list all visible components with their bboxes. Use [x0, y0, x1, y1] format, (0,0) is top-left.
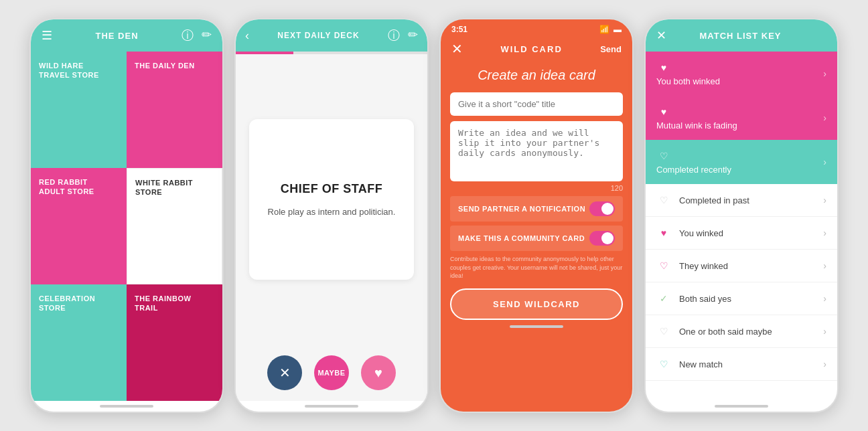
screen3-phone: 3:51 📶 ▬ ✕ WILD CARD Send Create an idea… — [439, 18, 634, 413]
plain-label-5: New match — [679, 359, 723, 369]
screen3-title: WILD CARD — [500, 44, 562, 54]
toggle-label-2: MAKE THIS A COMMUNITY CARD — [458, 234, 585, 242]
cell-label-5: THE RAINBOW TRAIL — [135, 294, 214, 313]
screen2-phone: ‹ NEXT DAILY DECK ⓘ ✏ CHIEF OF STAFF Rol… — [234, 18, 429, 413]
screen2-header: ‹ NEXT DAILY DECK ⓘ ✏ — [236, 19, 427, 52]
send-button[interactable]: Send — [600, 44, 622, 54]
back-icon[interactable]: ‹ — [245, 29, 249, 43]
match-label-1: Mutual wink is fading — [656, 120, 737, 131]
daily-card: CHIEF OF STAFF Role play as intern and p… — [249, 119, 414, 280]
wifi-icon: 📶 — [599, 25, 609, 34]
send-wildcard-button[interactable]: SEND WILDCARD — [450, 288, 623, 320]
close-icon[interactable]: ✕ — [451, 41, 463, 57]
plain-label-1: You winked — [679, 228, 723, 238]
home-indicator — [100, 405, 153, 408]
plain-heart-5: ♡ — [656, 357, 671, 371]
match-item-5[interactable]: ♡ New match › — [646, 348, 837, 381]
toggle-knob-1 — [601, 203, 613, 215]
match-item-4[interactable]: ♡ One or both said maybe › — [646, 315, 837, 348]
grid-cell-5[interactable]: THE RAINBOW TRAIL — [127, 284, 222, 401]
plain-heart-0: ♡ — [656, 193, 671, 207]
community-note: Contribute ideas to the community anonym… — [450, 255, 623, 280]
plain-item-left-2: ♡ They winked — [656, 258, 728, 273]
plain-chevron-3: › — [823, 293, 826, 304]
toggle-label-1: SEND PARTNER A NOTIFICATION — [458, 205, 585, 213]
match-colored-2[interactable]: ♡ Completed recently › — [646, 140, 837, 184]
screen1-title: THE DEN — [95, 31, 138, 41]
action-buttons: ✕ MAYBE ♥ — [236, 345, 427, 401]
wildcard-form: 120 — [450, 92, 623, 192]
plain-heart-1: ♥ — [656, 226, 671, 240]
grid-cell-3[interactable]: WHITE RABBIT STORE — [127, 168, 222, 284]
code-title-input[interactable] — [450, 92, 623, 116]
match-label-2: Completed recently — [656, 165, 731, 175]
match-item-left-2: ♡ Completed recently — [656, 149, 731, 175]
plain-check-3: ✓ — [656, 291, 671, 306]
wildcard-subtitle: Create an idea card — [441, 64, 632, 92]
screen4-title: MATCH LIST KEY — [699, 31, 781, 41]
reject-button[interactable]: ✕ — [267, 355, 302, 390]
plain-chevron-5: › — [823, 359, 826, 369]
cell-label-3: WHITE RABBIT STORE — [135, 178, 214, 197]
heart-icon-2: ♡ — [656, 149, 671, 163]
plain-item-left-1: ♥ You winked — [656, 226, 723, 240]
match-label-0: You both winked — [656, 76, 720, 86]
plain-heart-2: ♡ — [656, 258, 671, 273]
edit-icon-2[interactable]: ✏ — [408, 27, 418, 44]
info-icon-2[interactable]: ⓘ — [388, 27, 400, 44]
edit-icon[interactable]: ✏ — [202, 27, 212, 44]
heart-icon-1: ♥ — [656, 104, 671, 119]
cell-label-4: CELEBRATION STORE — [39, 294, 119, 313]
grid-cell-2[interactable]: RED RABBITADULT STORE — [31, 168, 127, 284]
cell-label-0: WILD HARETRAVEL STORE — [39, 61, 99, 80]
grid-cell-1[interactable]: THE DAILY DEN — [127, 52, 222, 168]
card-title: CHIEF OF STAFF — [281, 182, 383, 196]
plain-label-2: They winked — [679, 261, 728, 271]
chevron-0: › — [823, 68, 826, 79]
hamburger-icon[interactable]: ☰ — [42, 28, 52, 43]
plain-item-left-3: ✓ Both said yes — [656, 291, 731, 306]
screen2-title: NEXT DAILY DECK — [277, 31, 359, 40]
battery-icon: ▬ — [613, 25, 622, 34]
match-colored-0[interactable]: ♥ You both winked › — [646, 52, 837, 96]
plain-item-left-4: ♡ One or both said maybe — [656, 324, 772, 339]
close-icon-4[interactable]: ✕ — [656, 28, 666, 43]
toggle-row-2: MAKE THIS A COMMUNITY CARD — [450, 226, 623, 251]
screens-container: ☰ THE DEN ⓘ ✏ WILD HARETRAVEL STORE THE … — [29, 18, 839, 413]
plain-chevron-4: › — [823, 326, 826, 337]
idea-textarea[interactable] — [450, 121, 623, 181]
plain-label-0: Completed in past — [679, 195, 749, 205]
match-colored-1[interactable]: ♥ Mutual wink is fading › — [646, 96, 837, 140]
chevron-2: › — [823, 157, 826, 167]
cell-label-1: THE DAILY DEN — [135, 61, 195, 70]
match-item-1[interactable]: ♥ You winked › — [646, 217, 837, 250]
info-icon[interactable]: ⓘ — [182, 27, 194, 44]
plain-chevron-2: › — [823, 260, 826, 271]
grid-cell-0[interactable]: WILD HARETRAVEL STORE — [31, 52, 127, 168]
screen1-phone: ☰ THE DEN ⓘ ✏ WILD HARETRAVEL STORE THE … — [29, 18, 224, 413]
status-bar: 3:51 📶 ▬ — [441, 19, 632, 37]
toggle-2[interactable] — [589, 231, 615, 246]
grid-cell-4[interactable]: CELEBRATION STORE — [31, 284, 127, 401]
cell-label-2: RED RABBITADULT STORE — [39, 177, 94, 197]
match-item-2[interactable]: ♡ They winked › — [646, 250, 837, 282]
match-item-3[interactable]: ✓ Both said yes › — [646, 282, 837, 315]
home-indicator-3 — [510, 325, 563, 328]
maybe-button[interactable]: MAYBE — [314, 355, 349, 390]
chevron-1: › — [823, 112, 826, 123]
plain-chevron-1: › — [823, 228, 826, 238]
screen4-phone: ✕ MATCH LIST KEY ♥ You both winked › ♥ M… — [644, 18, 839, 413]
screen4-header: ✕ MATCH LIST KEY — [646, 19, 837, 52]
card-area: CHIEF OF STAFF Role play as intern and p… — [236, 54, 427, 345]
plain-item-left-5: ♡ New match — [656, 357, 723, 371]
plain-label-3: Both said yes — [679, 294, 731, 304]
plain-item-left-0: ♡ Completed in past — [656, 193, 749, 207]
match-item-0[interactable]: ♡ Completed in past › — [646, 184, 837, 217]
match-item-left-0: ♥ You both winked — [656, 60, 720, 87]
toggle-1[interactable] — [589, 201, 615, 216]
time: 3:51 — [451, 25, 467, 34]
plain-chevron-0: › — [823, 195, 826, 205]
heart-button[interactable]: ♥ — [361, 355, 396, 390]
char-count: 120 — [450, 184, 623, 192]
home-indicator-2 — [305, 405, 358, 408]
